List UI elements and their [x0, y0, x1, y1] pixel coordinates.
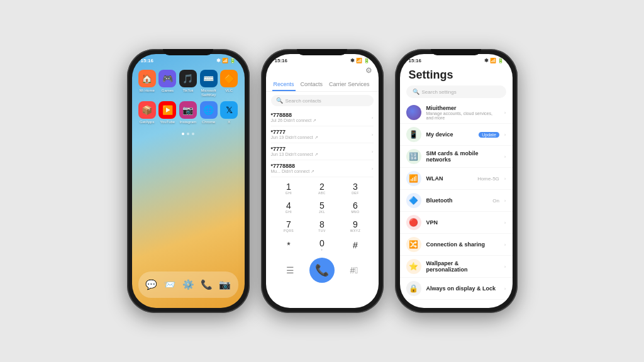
settings-chevron-icon: ›	[504, 154, 506, 160]
dial-letters: GHI	[286, 210, 292, 214]
settings-search[interactable]: 🔍 Search settings	[406, 85, 506, 98]
dial-number: #	[353, 241, 358, 250]
app-label: YouTube	[160, 120, 175, 124]
app-icon[interactable]: 📷 Instagram	[179, 101, 197, 124]
settings-item-label: SIM cards & mobile networks	[426, 150, 499, 163]
app-icon[interactable]: 🌐 Chrome	[199, 101, 218, 124]
dialer-search[interactable]: 🔍 Search contacts	[271, 95, 374, 106]
recent-call-item[interactable]: *7777 Jun 19 Didn't connect ↗ ›	[271, 126, 374, 143]
dial-button[interactable]: #	[343, 236, 367, 254]
app-icon-img: ⌨️	[200, 70, 218, 87]
phone-settings: 15:16 ✱ 📶 🔋 Settings 🔍 Search settings M…	[395, 49, 518, 313]
dial-button[interactable]: 2 ABC	[310, 180, 334, 197]
dial-letters: JKL	[319, 210, 325, 214]
status-bar-settings: 15:16 ✱ 📶 🔋	[400, 54, 513, 65]
recent-call-item[interactable]: *778888 Jul 26 Didn't connect ↗ ›	[271, 109, 374, 126]
dock-icon[interactable]: ⚙️	[179, 275, 197, 294]
miuithemer-avatar	[406, 105, 421, 120]
settings-item-icon: ⭐	[406, 259, 421, 274]
call-number: *7778888	[271, 163, 315, 169]
settings-item[interactable]: 🔷 Bluetooth On ›	[400, 190, 513, 212]
settings-item[interactable]: 📱 My device Update ›	[400, 124, 513, 146]
search-placeholder: Search contacts	[286, 98, 321, 104]
dock: 💬📨⚙️📞📷	[138, 272, 238, 298]
dial-button[interactable]: 7 PQRS	[277, 217, 301, 235]
dock-icon[interactable]: 💬	[142, 275, 160, 294]
dialer-tab[interactable]: Recents	[272, 79, 296, 91]
settings-item-label: WLAN	[426, 175, 473, 182]
app-icon[interactable]: 🏠 Mi Home	[138, 70, 157, 97]
recent-call-item[interactable]: *7778888 Mu... Didn't connect ↗ ›	[271, 160, 374, 177]
call-info: *778888 Jul 26 Didn't connect ↗	[271, 112, 317, 123]
dialer-tab[interactable]: Carrier Services	[328, 79, 371, 91]
call-info: *7778888 Mu... Didn't connect ↗	[271, 163, 315, 174]
app-icon[interactable]: ⌨️ Microsoft SwiftKey	[199, 70, 218, 97]
dial-button[interactable]: *	[277, 236, 301, 254]
dial-number: 4	[286, 201, 291, 210]
dial-button[interactable]: 5 JKL	[310, 199, 334, 216]
app-label: Instagram	[180, 120, 197, 124]
app-grid: 🏠 Mi Home 🎮 Games 🎵 TikTok ⌨️ Microsoft …	[132, 65, 245, 130]
settings-item-icon: 🔷	[406, 193, 421, 208]
settings-time: 15:16	[409, 58, 421, 63]
dial-button[interactable]: 6 MNO	[343, 199, 367, 216]
settings-item[interactable]: ⭐ Wallpaper & personalization ›	[400, 256, 513, 278]
status-bar-dialer: 15:16 ✱ 📶 🔋	[266, 54, 379, 65]
settings-badge: Update	[479, 132, 499, 138]
settings-item[interactable]: 🔒 Always on display & Lock ›	[400, 278, 513, 300]
app-icon-img: 🏠	[138, 70, 156, 87]
settings-gear-icon[interactable]: ⚙	[365, 66, 372, 75]
settings-item[interactable]: 🔢 SIM cards & mobile networks ›	[400, 146, 513, 168]
recent-calls-list: *778888 Jul 26 Didn't connect ↗ › *7777 …	[266, 109, 379, 177]
dial-letters: ABC	[318, 191, 326, 195]
settings-item-icon: 📱	[406, 127, 421, 142]
dial-number: 0	[319, 239, 325, 248]
app-icon[interactable]: 🎵 TikTok	[179, 70, 197, 97]
settings-list: Miuithemer Manage accounts, cloud servic…	[400, 102, 513, 300]
settings-item-label: Miuithemer	[426, 105, 499, 111]
app-icon[interactable]: ▶️ YouTube	[158, 101, 177, 124]
app-label: Microsoft SwiftKey	[199, 89, 218, 97]
dial-button[interactable]: 1 GHI	[277, 180, 301, 197]
dial-button[interactable]: 8 TUV	[310, 217, 334, 235]
phone-homescreen: 15:16 ✱ 📶 🔋 🏠 Mi Home 🎮 Games 🎵 TikTok ⌨…	[127, 49, 250, 313]
app-icon[interactable]: 🔶 VLC	[220, 70, 238, 97]
dial-letters: PQRS	[284, 229, 294, 233]
settings-item-label: My device	[426, 131, 474, 138]
settings-item-label: Connection & sharing	[426, 241, 499, 248]
call-button[interactable]: 📞	[309, 258, 335, 283]
settings-item[interactable]: 🔀 Connection & sharing ›	[400, 234, 513, 256]
settings-item[interactable]: 📶 WLAN Home-5G ›	[400, 168, 513, 190]
app-label: VLC	[225, 89, 233, 93]
dialer-status-icons: ✱ 📶 🔋	[350, 58, 370, 63]
settings-item-content: Bluetooth	[426, 197, 488, 204]
dial-letters: DEF	[352, 191, 359, 195]
settings-item[interactable]: Miuithemer Manage accounts, cloud servic…	[400, 102, 513, 124]
dialpad-toggle-icon[interactable]: #⃣	[350, 265, 358, 275]
recent-call-item[interactable]: *7777 Jun 13 Didn't connect ↗ ›	[271, 143, 374, 160]
settings-item[interactable]: 🔴 VPN ›	[400, 212, 513, 234]
call-date: Jun 19 Didn't connect ↗	[271, 135, 318, 140]
dial-button[interactable]: 9 WXYZ	[343, 217, 367, 235]
settings-chevron-icon: ›	[504, 242, 506, 248]
app-icon[interactable]: 📦 GetApps	[138, 101, 157, 124]
settings-item-icon: 🔀	[406, 237, 421, 252]
call-date: Mu... Didn't connect ↗	[271, 169, 315, 174]
app-label: TikTok	[182, 89, 193, 93]
dial-button[interactable]: 4 GHI	[277, 199, 301, 216]
dial-number: 8	[319, 220, 325, 229]
settings-item-label: Bluetooth	[426, 197, 488, 204]
dock-icon[interactable]: 📷	[216, 275, 234, 294]
dock-icon[interactable]: 📨	[160, 275, 179, 294]
settings-chevron-icon: ›	[504, 264, 506, 270]
dialer-tab[interactable]: Contacts	[299, 79, 325, 91]
dial-button[interactable]: 0 +	[310, 236, 334, 254]
app-icon-img: 🌐	[200, 101, 218, 119]
menu-icon[interactable]: ☰	[286, 265, 294, 275]
app-icon-img: ▶️	[158, 101, 176, 119]
app-icon[interactable]: 𝕏 X	[220, 101, 238, 124]
dial-button[interactable]: 3 DEF	[343, 180, 367, 197]
app-icon[interactable]: 🎮 Games	[158, 70, 177, 97]
dock-icon[interactable]: 📞	[197, 275, 216, 294]
call-chevron-icon: ›	[372, 115, 374, 121]
